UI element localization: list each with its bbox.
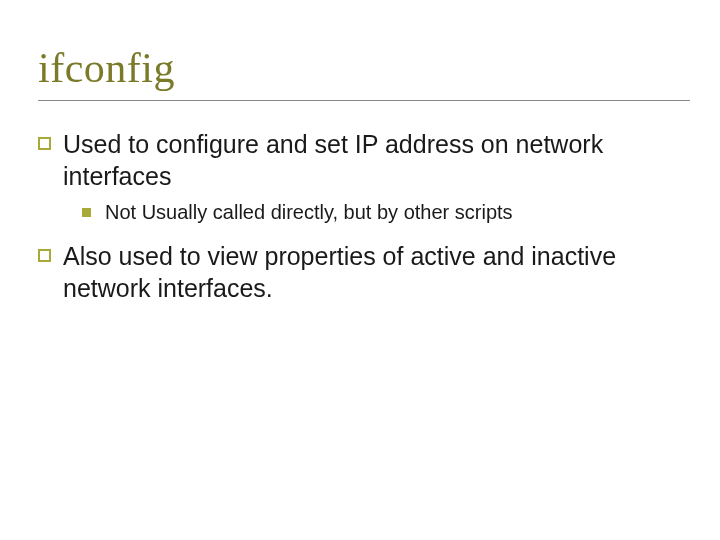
bullet-filled-icon [82,208,91,217]
sub-bullet-text: Not Usually called directly, but by othe… [105,200,513,226]
title-block: ifconfig [38,44,690,101]
bullet-item: Also used to view properties of active a… [38,240,690,304]
bullet-outline-icon [38,137,51,150]
bullet-text: Also used to view properties of active a… [63,240,690,304]
bullet-item: Used to configure and set IP address on … [38,128,690,192]
slide-title: ifconfig [38,44,690,92]
title-underline [38,100,690,101]
bullet-text: Used to configure and set IP address on … [63,128,690,192]
sub-bullet-item: Not Usually called directly, but by othe… [82,200,690,226]
bullet-outline-icon [38,249,51,262]
slide-body: Used to configure and set IP address on … [38,128,690,312]
slide: ifconfig Used to configure and set IP ad… [0,0,720,540]
